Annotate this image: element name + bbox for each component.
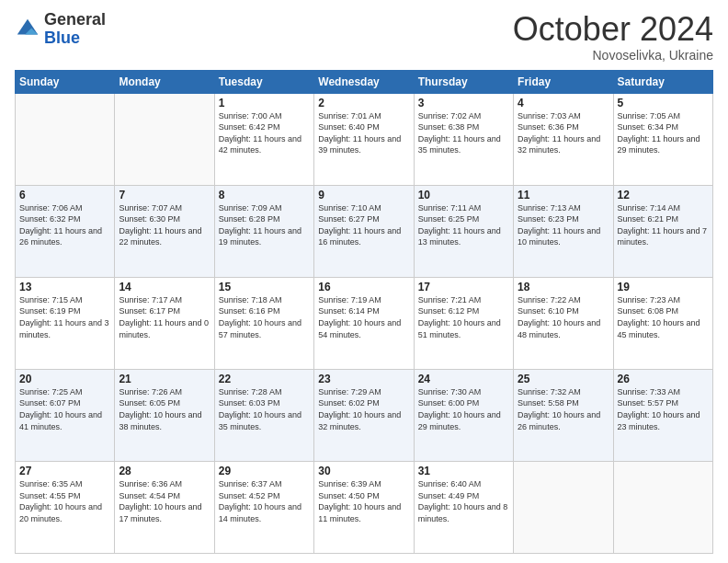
calendar-cell: 13Sunrise: 7:15 AM Sunset: 6:19 PM Dayli… (16, 277, 115, 369)
day-info: Sunrise: 7:01 AM Sunset: 6:40 PM Dayligh… (318, 110, 409, 156)
day-number: 17 (418, 281, 509, 293)
page: General Blue October 2024 Novoselivka, U… (0, 0, 728, 563)
calendar-cell: 25Sunrise: 7:32 AM Sunset: 5:58 PM Dayli… (514, 369, 613, 461)
calendar: SundayMondayTuesdayWednesdayThursdayFrid… (15, 70, 713, 554)
month-title: October 2024 (513, 11, 713, 48)
day-info: Sunrise: 7:17 AM Sunset: 6:17 PM Dayligh… (119, 294, 210, 340)
logo-blue: Blue (44, 29, 106, 48)
day-info: Sunrise: 6:40 AM Sunset: 4:49 PM Dayligh… (418, 478, 509, 524)
calendar-cell: 15Sunrise: 7:18 AM Sunset: 6:16 PM Dayli… (214, 277, 313, 369)
day-number: 22 (219, 373, 310, 385)
day-header-sunday: Sunday (16, 70, 115, 93)
day-header-friday: Friday (514, 70, 613, 93)
calendar-cell (16, 93, 115, 185)
day-header-monday: Monday (115, 70, 214, 93)
calendar-cell: 10Sunrise: 7:11 AM Sunset: 6:25 PM Dayli… (414, 185, 513, 277)
calendar-cell: 29Sunrise: 6:37 AM Sunset: 4:52 PM Dayli… (214, 461, 313, 553)
day-number: 2 (318, 97, 409, 109)
day-info: Sunrise: 7:25 AM Sunset: 6:07 PM Dayligh… (19, 386, 110, 432)
day-number: 28 (119, 465, 210, 477)
day-number: 19 (618, 281, 709, 293)
day-number: 8 (219, 189, 310, 201)
day-info: Sunrise: 7:06 AM Sunset: 6:32 PM Dayligh… (19, 202, 110, 248)
week-row-2: 6Sunrise: 7:06 AM Sunset: 6:32 PM Daylig… (16, 185, 713, 277)
calendar-cell: 14Sunrise: 7:17 AM Sunset: 6:17 PM Dayli… (115, 277, 214, 369)
day-number: 20 (19, 373, 110, 385)
calendar-cell: 31Sunrise: 6:40 AM Sunset: 4:49 PM Dayli… (414, 461, 513, 553)
day-number: 7 (119, 189, 210, 201)
day-number: 29 (219, 465, 310, 477)
day-number: 26 (618, 373, 709, 385)
day-header-thursday: Thursday (414, 70, 513, 93)
day-info: Sunrise: 7:14 AM Sunset: 6:21 PM Dayligh… (618, 202, 709, 248)
day-info: Sunrise: 7:23 AM Sunset: 6:08 PM Dayligh… (618, 294, 709, 340)
calendar-cell: 30Sunrise: 6:39 AM Sunset: 4:50 PM Dayli… (314, 461, 414, 553)
calendar-cell: 24Sunrise: 7:30 AM Sunset: 6:00 PM Dayli… (414, 369, 513, 461)
day-info: Sunrise: 7:02 AM Sunset: 6:38 PM Dayligh… (418, 110, 509, 156)
day-number: 12 (618, 189, 709, 201)
day-info: Sunrise: 6:36 AM Sunset: 4:54 PM Dayligh… (119, 478, 210, 524)
logo: General Blue (15, 11, 106, 48)
day-info: Sunrise: 7:21 AM Sunset: 6:12 PM Dayligh… (418, 294, 509, 340)
header-row: SundayMondayTuesdayWednesdayThursdayFrid… (16, 70, 713, 93)
calendar-cell (613, 461, 712, 553)
calendar-cell: 26Sunrise: 7:33 AM Sunset: 5:57 PM Dayli… (613, 369, 712, 461)
day-number: 9 (318, 189, 409, 201)
calendar-cell: 3Sunrise: 7:02 AM Sunset: 6:38 PM Daylig… (414, 93, 513, 185)
day-info: Sunrise: 6:35 AM Sunset: 4:55 PM Dayligh… (19, 478, 110, 524)
week-row-5: 27Sunrise: 6:35 AM Sunset: 4:55 PM Dayli… (16, 461, 713, 553)
calendar-cell: 20Sunrise: 7:25 AM Sunset: 6:07 PM Dayli… (16, 369, 115, 461)
day-number: 30 (318, 465, 409, 477)
day-info: Sunrise: 7:18 AM Sunset: 6:16 PM Dayligh… (219, 294, 310, 340)
calendar-cell: 1Sunrise: 7:00 AM Sunset: 6:42 PM Daylig… (214, 93, 313, 185)
logo-general: General (44, 11, 106, 29)
day-number: 15 (219, 281, 310, 293)
header: General Blue October 2024 Novoselivka, U… (15, 11, 713, 63)
day-number: 10 (418, 189, 509, 201)
day-info: Sunrise: 7:03 AM Sunset: 6:36 PM Dayligh… (518, 110, 609, 156)
day-number: 23 (318, 373, 409, 385)
day-info: Sunrise: 7:26 AM Sunset: 6:05 PM Dayligh… (119, 386, 210, 432)
week-row-3: 13Sunrise: 7:15 AM Sunset: 6:19 PM Dayli… (16, 277, 713, 369)
calendar-cell: 17Sunrise: 7:21 AM Sunset: 6:12 PM Dayli… (414, 277, 513, 369)
day-info: Sunrise: 7:28 AM Sunset: 6:03 PM Dayligh… (219, 386, 310, 432)
calendar-cell (115, 93, 214, 185)
day-header-wednesday: Wednesday (314, 70, 414, 93)
day-header-tuesday: Tuesday (214, 70, 313, 93)
day-number: 11 (518, 189, 609, 201)
day-number: 31 (418, 465, 509, 477)
day-number: 1 (219, 97, 310, 109)
calendar-cell: 22Sunrise: 7:28 AM Sunset: 6:03 PM Dayli… (214, 369, 313, 461)
day-info: Sunrise: 7:10 AM Sunset: 6:27 PM Dayligh… (318, 202, 409, 248)
day-number: 13 (19, 281, 110, 293)
day-number: 24 (418, 373, 509, 385)
day-number: 16 (318, 281, 409, 293)
logo-text: General Blue (44, 11, 106, 48)
calendar-cell: 7Sunrise: 7:07 AM Sunset: 6:30 PM Daylig… (115, 185, 214, 277)
calendar-cell: 28Sunrise: 6:36 AM Sunset: 4:54 PM Dayli… (115, 461, 214, 553)
calendar-cell: 4Sunrise: 7:03 AM Sunset: 6:36 PM Daylig… (514, 93, 613, 185)
calendar-cell: 2Sunrise: 7:01 AM Sunset: 6:40 PM Daylig… (314, 93, 414, 185)
day-info: Sunrise: 7:07 AM Sunset: 6:30 PM Dayligh… (119, 202, 210, 248)
day-info: Sunrise: 7:00 AM Sunset: 6:42 PM Dayligh… (219, 110, 310, 156)
calendar-cell: 11Sunrise: 7:13 AM Sunset: 6:23 PM Dayli… (514, 185, 613, 277)
day-number: 18 (518, 281, 609, 293)
logo-icon (15, 17, 40, 42)
calendar-cell (514, 461, 613, 553)
day-number: 6 (19, 189, 110, 201)
day-info: Sunrise: 7:30 AM Sunset: 6:00 PM Dayligh… (418, 386, 509, 432)
day-info: Sunrise: 7:29 AM Sunset: 6:02 PM Dayligh… (318, 386, 409, 432)
calendar-cell: 18Sunrise: 7:22 AM Sunset: 6:10 PM Dayli… (514, 277, 613, 369)
day-info: Sunrise: 7:32 AM Sunset: 5:58 PM Dayligh… (518, 386, 609, 432)
calendar-body: 1Sunrise: 7:00 AM Sunset: 6:42 PM Daylig… (16, 93, 713, 553)
calendar-cell: 21Sunrise: 7:26 AM Sunset: 6:05 PM Dayli… (115, 369, 214, 461)
calendar-cell: 8Sunrise: 7:09 AM Sunset: 6:28 PM Daylig… (214, 185, 313, 277)
day-info: Sunrise: 7:05 AM Sunset: 6:34 PM Dayligh… (618, 110, 709, 156)
day-number: 3 (418, 97, 509, 109)
calendar-cell: 27Sunrise: 6:35 AM Sunset: 4:55 PM Dayli… (16, 461, 115, 553)
location: Novoselivka, Ukraine (513, 48, 713, 63)
calendar-cell: 6Sunrise: 7:06 AM Sunset: 6:32 PM Daylig… (16, 185, 115, 277)
calendar-cell: 19Sunrise: 7:23 AM Sunset: 6:08 PM Dayli… (613, 277, 712, 369)
day-number: 21 (119, 373, 210, 385)
calendar-cell: 16Sunrise: 7:19 AM Sunset: 6:14 PM Dayli… (314, 277, 414, 369)
